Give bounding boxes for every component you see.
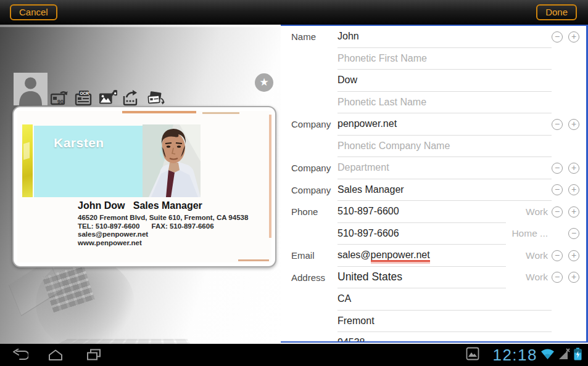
- remove-field-icon[interactable]: −: [552, 31, 563, 43]
- row-actions: −: [552, 228, 586, 239]
- form-row: AddressUnited StatesWork−+: [281, 267, 586, 289]
- field-label: Company: [281, 185, 337, 195]
- field-label: Name: [281, 31, 337, 42]
- field-type-selector[interactable]: Work: [506, 206, 552, 218]
- form-row: Emailsales@penpower.netWork−+: [281, 245, 586, 267]
- card-telfax-line: TEL: 510-897-6600 FAX: 510-897-6606: [78, 222, 248, 231]
- add-field-icon[interactable]: +: [568, 184, 579, 195]
- remove-field-icon[interactable]: −: [568, 228, 579, 239]
- field-label: Company: [281, 163, 337, 173]
- field-input[interactable]: 510-897-6606: [337, 223, 506, 245]
- add-field-icon[interactable]: +: [568, 31, 579, 43]
- field-value: CA: [337, 293, 351, 304]
- field-placeholder: Phonetic Last Name: [337, 97, 426, 108]
- gallery-notification-icon: [466, 347, 479, 363]
- business-card-image: Karsten: [17, 111, 271, 262]
- remove-field-icon[interactable]: −: [552, 272, 563, 283]
- field-value: John: [337, 31, 359, 42]
- field-input[interactable]: Dow: [337, 70, 552, 92]
- field-input[interactable]: United States: [337, 267, 506, 289]
- remove-field-icon[interactable]: −: [552, 250, 563, 261]
- field-value: 510-897-6606: [337, 228, 399, 239]
- field-input[interactable]: John: [337, 26, 552, 48]
- add-field-icon[interactable]: +: [568, 250, 579, 261]
- form-row: 510-897-6606Home ...−: [281, 223, 586, 245]
- scan-artifact: [122, 111, 196, 113]
- field-input[interactable]: 94538: [337, 332, 552, 343]
- done-button[interactable]: Done: [536, 4, 577, 20]
- field-input-empty[interactable]: Phonetic Last Name: [337, 92, 552, 114]
- remove-field-icon[interactable]: −: [552, 163, 563, 174]
- field-value: Fremont: [337, 315, 375, 327]
- field-label: Company: [281, 119, 337, 129]
- status-area[interactable]: 12:18: [466, 344, 582, 366]
- system-bar: 12:18: [0, 344, 588, 366]
- field-value: 510-897-6600: [337, 206, 399, 217]
- form-row: 94538: [281, 332, 586, 343]
- retouch-icon[interactable]: [99, 89, 117, 106]
- field-input[interactable]: 510-897-6600: [337, 201, 506, 223]
- wifi-icon: [540, 348, 555, 362]
- row-actions: −+: [552, 31, 586, 43]
- form-row: Dow: [281, 70, 586, 92]
- add-field-icon[interactable]: +: [568, 163, 579, 174]
- rotate-90-icon[interactable]: 90: [51, 89, 69, 106]
- field-input[interactable]: Fremont: [337, 311, 552, 333]
- card-brand-name: Karsten: [54, 136, 104, 150]
- card-cyan-block: Karsten: [34, 126, 143, 197]
- row-actions: −+: [552, 163, 586, 174]
- row-actions: −+: [552, 119, 586, 130]
- field-input[interactable]: penpower.net: [337, 113, 552, 136]
- form-row: CA: [281, 288, 586, 311]
- action-bar: Cancel Done: [0, 0, 588, 25]
- remove-field-icon[interactable]: −: [552, 184, 563, 195]
- field-value: sales@penpower.net: [337, 250, 430, 261]
- contact-edit-form: NameJohn−+Phonetic First NameDowPhonetic…: [281, 25, 588, 343]
- form-row: Phonetic Company Name: [281, 136, 586, 158]
- business-card-frame[interactable]: Karsten: [12, 106, 276, 267]
- recents-icon[interactable]: [85, 349, 102, 364]
- contact-photo-placeholder[interactable]: [14, 73, 48, 105]
- svg-text:OCR: OCR: [80, 91, 89, 96]
- spellcheck-underline: penpower.net: [371, 250, 430, 262]
- field-input-empty[interactable]: Department: [337, 157, 552, 179]
- remove-field-icon[interactable]: −: [552, 119, 563, 130]
- favorite-star-icon[interactable]: ★: [255, 73, 273, 92]
- add-field-icon[interactable]: +: [568, 119, 579, 130]
- export-icon[interactable]: [123, 89, 141, 106]
- cancel-button[interactable]: Cancel: [10, 4, 57, 20]
- card-yellow-stripe: [22, 124, 33, 197]
- field-input[interactable]: Sales Manager: [337, 179, 552, 201]
- field-type-selector[interactable]: Work: [506, 250, 552, 261]
- form-row: CompanySales Manager−+: [281, 179, 586, 201]
- cell-signal-icon: [558, 348, 571, 362]
- field-input-empty[interactable]: Phonetic Company Name: [337, 136, 552, 158]
- remove-field-icon[interactable]: −: [552, 206, 563, 218]
- field-placeholder: Phonetic Company Name: [337, 140, 450, 152]
- home-icon[interactable]: [47, 349, 64, 364]
- scan-artifact: [238, 259, 269, 261]
- row-actions: −+: [552, 272, 586, 283]
- back-icon[interactable]: [11, 349, 28, 364]
- card-web-line: www.penpower.net: [78, 239, 248, 248]
- add-field-icon[interactable]: +: [568, 272, 579, 283]
- row-actions: −+: [552, 184, 586, 195]
- field-input-empty[interactable]: Phonetic First Name: [337, 48, 552, 70]
- app-screen: Cancel Done 90: [0, 0, 588, 366]
- card-email-line: sales@penpower.net: [78, 230, 248, 239]
- card-flip-icon[interactable]: [147, 89, 165, 106]
- card-preview-panel: 90 OCR: [0, 25, 281, 344]
- scan-artifact: [202, 112, 239, 114]
- ocr-icon[interactable]: OCR: [75, 89, 93, 106]
- field-type-selector[interactable]: Work: [506, 272, 552, 283]
- field-label: Phone: [281, 206, 337, 217]
- field-placeholder: Phonetic First Name: [337, 53, 427, 64]
- field-input[interactable]: sales@penpower.net: [337, 245, 506, 267]
- scan-artifact: [269, 115, 271, 238]
- add-field-icon[interactable]: +: [568, 206, 579, 218]
- field-input[interactable]: CA: [337, 288, 552, 311]
- field-value: Dow: [337, 75, 357, 86]
- form-row: CompanyDepartment−+: [281, 157, 586, 179]
- form-row: Phone510-897-6600Work−+: [281, 201, 586, 223]
- field-type-selector[interactable]: Home ...: [506, 228, 552, 239]
